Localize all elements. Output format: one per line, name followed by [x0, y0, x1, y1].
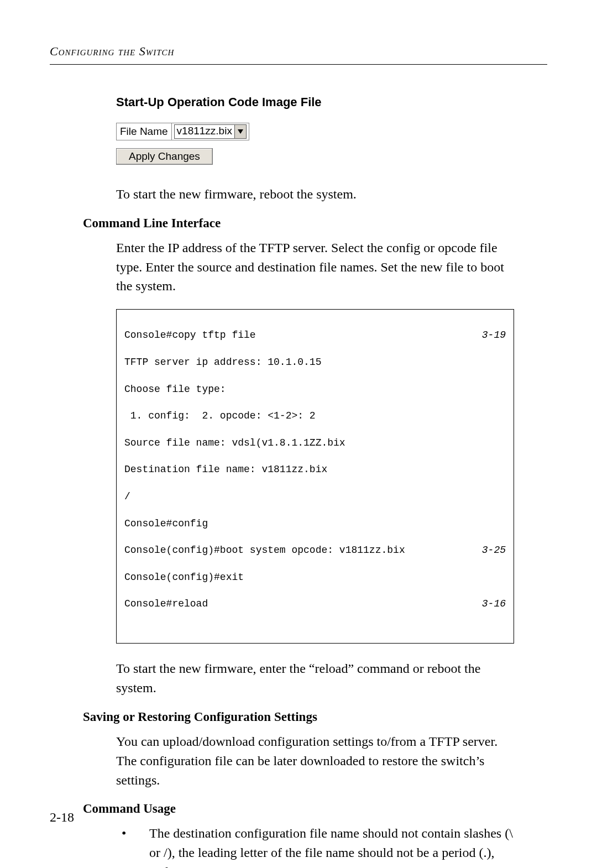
- console-line: Console#reload: [124, 597, 208, 610]
- file-name-label: File Name: [117, 123, 172, 140]
- console-line: 1. config: 2. opcode: <1-2>: 2: [124, 409, 316, 422]
- list-item: • The destination configuration file nam…: [116, 824, 514, 868]
- console-line: Console#copy tftp file: [124, 328, 256, 342]
- bullet-icon: •: [116, 824, 149, 868]
- file-name-selected: v1811zz.bix: [175, 125, 234, 138]
- paragraph-reload: To start the new firmware, enter the “re…: [116, 659, 514, 698]
- page-number: 2-18: [50, 810, 74, 825]
- chevron-down-icon: [234, 125, 246, 138]
- running-head: Configuring the Switch: [50, 44, 547, 65]
- heading-command-usage: Command Usage: [83, 802, 514, 816]
- paragraph-save-restore: You can upload/download configuration se…: [116, 732, 514, 789]
- file-name-select[interactable]: v1811zz.bix: [174, 124, 247, 139]
- console-line: Source file name: vdsl(v1.8.1.1ZZ.bix: [124, 436, 345, 449]
- page-ref: 3-19: [482, 328, 506, 342]
- console-line: TFTP server ip address: 10.1.0.15: [124, 355, 321, 369]
- console-line: Console#config: [124, 517, 208, 530]
- running-head-text: Configuring the Switch: [50, 44, 174, 58]
- console-line: Console(config)#boot system opcode: v181…: [124, 543, 405, 557]
- console-line: Console(config)#exit: [124, 571, 244, 584]
- console-line: Destination file name: v1811zz.bix: [124, 463, 327, 476]
- bullet-text: The destination configuration file name …: [149, 824, 514, 868]
- heading-save-restore: Saving or Restoring Configuration Settin…: [83, 710, 514, 724]
- console-block: Console#copy tftp file3-19 TFTP server i…: [116, 309, 514, 644]
- paragraph-cli-intro: Enter the IP address of the TFTP server.…: [116, 238, 514, 296]
- page-ref: 3-25: [482, 543, 506, 557]
- paragraph-start-firmware: To start the new firmware, reboot the sy…: [116, 185, 514, 204]
- console-line: /: [124, 490, 130, 503]
- ui-section-title: Start-Up Operation Code Image File: [116, 95, 514, 109]
- svg-marker-0: [238, 129, 243, 134]
- heading-cli: Command Line Interface: [83, 216, 514, 231]
- apply-changes-button[interactable]: Apply Changes: [116, 148, 213, 165]
- page-ref: 3-16: [482, 597, 506, 610]
- console-line: Choose file type:: [124, 383, 226, 396]
- file-name-row: File Name v1811zz.bix: [116, 123, 249, 140]
